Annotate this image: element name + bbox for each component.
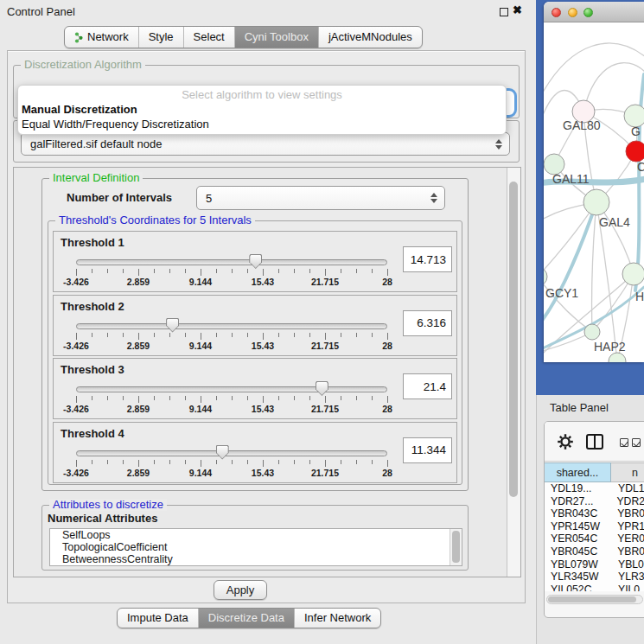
number-of-intervals-combobox[interactable]: 5: [196, 186, 445, 210]
network-node[interactable]: [584, 324, 600, 340]
numerical-attributes-list: SelfLoopsTopologicalCoefficientBetweenne…: [49, 528, 462, 566]
minimize-traffic-light[interactable]: [568, 8, 577, 17]
column-header-name[interactable]: n: [611, 462, 644, 482]
scrollbar-thumb[interactable]: [509, 182, 518, 497]
gear-icon[interactable]: [557, 433, 574, 450]
cell-name: YBR0: [610, 545, 644, 558]
tab-infer-network[interactable]: Infer Network: [294, 609, 380, 628]
list-item-selfloops[interactable]: SelfLoops: [50, 529, 462, 541]
slider-tick: [216, 396, 217, 400]
table-horizontal-scrollbar[interactable]: [546, 595, 643, 604]
table-row[interactable]: YLR345WYLR3: [545, 571, 644, 583]
close-icon[interactable]: ✖: [513, 3, 522, 16]
slider-tick: [123, 396, 124, 400]
slider-tick: [107, 460, 108, 464]
cell-name: YBR0: [610, 507, 644, 520]
zoom-traffic-light[interactable]: [583, 8, 593, 17]
table-row[interactable]: YIL052CYIL0: [545, 583, 644, 591]
network-node[interactable]: [583, 189, 609, 215]
slider-tick: [294, 269, 295, 273]
table-row[interactable]: YBR043CYBR0: [545, 507, 644, 520]
slider-track[interactable]: [76, 323, 387, 329]
slider-track[interactable]: [76, 386, 387, 392]
table-row[interactable]: YDL19...YDL1: [545, 482, 644, 495]
float-window-icon[interactable]: [500, 8, 508, 16]
slider-tick: [92, 396, 92, 400]
threshold-value-field[interactable]: 11.344: [403, 437, 452, 463]
slider-tick-label: 21.715: [311, 468, 339, 478]
slider-track[interactable]: [76, 259, 387, 265]
tab-style[interactable]: Style: [138, 27, 183, 48]
table-row[interactable]: YER054CYER0: [545, 532, 644, 545]
slider-tick: [76, 269, 77, 276]
network-window-titlebar[interactable]: [544, 2, 644, 22]
cell-shared-name: YBR045C: [545, 545, 610, 558]
slider-tick: [356, 333, 357, 337]
slider-tick: [169, 269, 170, 273]
slider-tick: [294, 333, 295, 337]
table-row[interactable]: YBL079WYBL0: [545, 558, 644, 571]
algorithm-placeholder-option[interactable]: Select algorithm to view settings: [18, 87, 506, 102]
network-canvas[interactable]: GAL80GCGAL11GAL4GCY1HHAP2: [544, 22, 644, 362]
discretization-algorithm-group-title: Discretization Algorithm: [21, 59, 145, 71]
slider-thumb[interactable]: [316, 381, 328, 396]
checkbox-icon[interactable]: [620, 438, 628, 447]
network-edge-highlighted[interactable]: [544, 202, 596, 327]
threshold-value-field[interactable]: 21.4: [403, 373, 452, 399]
slider-tick: [387, 396, 388, 403]
threshold-value-field[interactable]: 14.713: [403, 246, 452, 272]
scrollbar-thumb[interactable]: [548, 596, 636, 603]
slider-thumb[interactable]: [216, 445, 229, 460]
table-data-combobox[interactable]: galFiltered.sif default node: [21, 132, 510, 156]
network-node[interactable]: [609, 353, 626, 362]
network-view-window[interactable]: GAL80GCGAL11GAL4GCY1HHAP2: [544, 2, 644, 362]
network-edge[interactable]: [592, 202, 596, 332]
column-layout-icon[interactable]: [586, 434, 603, 450]
close-traffic-light[interactable]: [552, 8, 561, 17]
tab-discretize-data[interactable]: Discretize Data: [198, 609, 294, 628]
network-node[interactable]: [626, 141, 644, 162]
tab-impute-data[interactable]: Impute Data: [118, 609, 198, 628]
attributes-list-scrollbar[interactable]: [450, 529, 462, 565]
slider-tick-label: 21.715: [311, 341, 339, 351]
threshold-value-field[interactable]: 6.316: [403, 310, 452, 336]
table-row[interactable]: YDR27...YDR2: [545, 495, 644, 508]
cell-shared-name: YDL19...: [545, 482, 611, 495]
algorithm-option-manual-discretization[interactable]: Manual Discretization: [18, 102, 506, 117]
network-node[interactable]: [622, 263, 644, 285]
tab-jactivemnodules[interactable]: jActiveMNodules: [318, 27, 422, 48]
cell-shared-name: YIL052C: [545, 583, 611, 591]
tab-cyni-toolbox[interactable]: Cyni Toolbox: [234, 27, 318, 48]
table-row[interactable]: YBR045CYBR0: [545, 545, 644, 558]
threshold-slider[interactable]: -3.4262.8599.14415.4321.71528: [76, 318, 387, 354]
slider-track[interactable]: [76, 450, 387, 456]
table-panel: Table Panel shared... n: [536, 395, 644, 644]
scrollbar-thumb[interactable]: [452, 531, 460, 563]
list-item-betweennesscentrality[interactable]: BetweennessCentrality: [50, 553, 462, 565]
threshold-slider[interactable]: -3.4262.8599.14415.4321.71528: [76, 381, 387, 418]
slider-tick: [92, 333, 92, 337]
slider-tick: [92, 460, 92, 464]
apply-button[interactable]: Apply: [214, 580, 267, 600]
algorithm-option-equal-width-frequency-discretization[interactable]: Equal Width/Frequency Discretization: [18, 117, 506, 131]
tab-network[interactable]: Network: [65, 27, 138, 48]
slider-tick-label: -3.426: [63, 341, 89, 351]
cell-shared-name: YDR27...: [545, 495, 609, 508]
slider-tick: [278, 460, 279, 464]
slider-tick-label: 9.144: [189, 341, 212, 351]
list-item-topologicalcoefficient[interactable]: TopologicalCoefficient: [50, 541, 462, 553]
column-header-shared-name[interactable]: shared...: [545, 462, 611, 482]
settings-vertical-scrollbar[interactable]: [507, 168, 520, 577]
slider-thumb[interactable]: [166, 318, 179, 333]
slider-thumb[interactable]: [249, 254, 262, 269]
tab-select[interactable]: Select: [183, 27, 234, 48]
threshold-slider[interactable]: -3.4262.8599.14415.4321.71528: [76, 445, 387, 481]
table-row[interactable]: YPR145WYPR1: [545, 520, 644, 533]
checkbox-icon[interactable]: [632, 438, 641, 447]
tab-label: Select: [194, 27, 225, 48]
control-panel-tabbar: NetworkStyleSelectCyni ToolboxjActiveMNo…: [64, 26, 423, 48]
slider-tick: [154, 396, 155, 400]
network-node-label: H: [635, 290, 644, 303]
threshold-slider[interactable]: -3.4262.8599.14415.4321.71528: [76, 254, 387, 290]
network-node[interactable]: [544, 267, 547, 286]
